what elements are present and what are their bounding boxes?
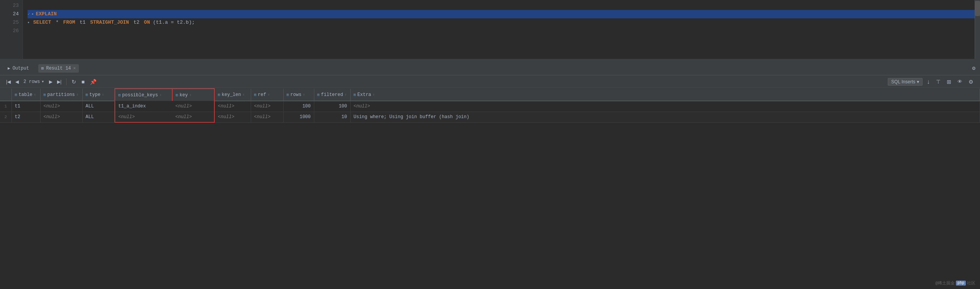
row1-type: ALL (82, 101, 115, 112)
table-area[interactable]: ⊞ table ⇕ ⊞ partitions ⇕ (0, 88, 980, 289)
line-num-26: 26 (0, 27, 23, 35)
row1-partitions: <null> (40, 101, 82, 112)
row2-table: t2 (11, 112, 40, 122)
watermark: @稀土掘金 php 社区 (935, 280, 975, 286)
row1-partitions-null: <null> (44, 104, 60, 109)
refresh-button[interactable]: ↻ (70, 78, 78, 86)
code-content[interactable]: ✓ ● EXPLAIN ● SELECT * FROM t1 STRAIGHT_… (23, 0, 975, 59)
gutter-check-icon: ✓ (28, 10, 30, 18)
type-sort-icon: ⇕ (102, 93, 104, 97)
col-rows-label: rows (291, 92, 302, 97)
row2-filtered: 10 (314, 112, 350, 122)
filter-button[interactable]: ⊤ (934, 78, 942, 86)
join-condition: (t1.a = t2.b); (150, 18, 195, 27)
code-line-26 (28, 27, 975, 35)
row2-ref: <null> (251, 112, 283, 122)
col-header-partitions[interactable]: ⊞ partitions ⇕ (40, 89, 82, 101)
col-header-rownum[interactable] (0, 89, 11, 101)
col-header-table[interactable]: ⊞ table ⇕ (11, 89, 40, 101)
row1-filtered: 100 (314, 101, 350, 112)
keyword-straight-join: STRAIGHT_JOIN (90, 18, 129, 27)
output-panel: ▶ Output ⊞ Result 14 × ⚙ |◀ ◀ 2 rows ▾ ▶… (0, 62, 980, 289)
ref-col-icon: ⊞ (254, 93, 256, 97)
keyword-on: ON (144, 18, 150, 27)
line-num-24: 24 (0, 10, 23, 18)
next-page-button[interactable]: ▶ (47, 78, 54, 85)
export-button[interactable]: ↓ (925, 78, 932, 86)
php-badge: php (956, 281, 966, 286)
row1-table: t1 (11, 101, 40, 112)
col-header-possible-keys[interactable]: ⊞ possible_keys ⇕ (115, 89, 172, 101)
col-header-key-len[interactable]: ⊞ key_len ⇕ (214, 89, 251, 101)
partitions-sort-icon: ⇕ (77, 93, 78, 97)
table-settings-button[interactable]: ⚙ (967, 78, 975, 86)
prev-page-button[interactable]: ◀ (14, 78, 20, 85)
col-header-extra[interactable]: ⊞ Extra ⇕ (350, 89, 980, 101)
output-toolbar: ▶ Output ⊞ Result 14 × ⚙ (0, 62, 980, 75)
key-col-icon: ⊞ (176, 93, 178, 97)
panel-gear-button[interactable]: ⚙ (972, 65, 975, 71)
col-header-ref[interactable]: ⊞ ref ⇕ (251, 89, 283, 101)
row1-ref: <null> (251, 101, 283, 112)
filtered-sort-icon: ⇕ (345, 93, 346, 97)
pin-button[interactable]: 📌 (88, 78, 98, 86)
table-t1: t1 (77, 18, 88, 27)
stop-button[interactable]: ■ (80, 78, 87, 86)
key-len-col-icon: ⊞ (218, 93, 220, 97)
scrollbar-thumb[interactable] (975, 1, 980, 16)
rows-col-icon: ⊞ (287, 93, 289, 97)
row2-ref-null: <null> (254, 114, 271, 120)
zoom-button[interactable]: ⊞ (945, 78, 953, 86)
gutter-26 (28, 27, 33, 35)
key-sort-icon: ⇕ (189, 93, 191, 97)
table-sort-icon: ⇕ (34, 93, 36, 97)
sql-inserts-dropdown-icon: ▾ (917, 79, 919, 84)
table-t2: t2 (131, 18, 142, 27)
row1-key: <null> (172, 101, 214, 112)
col-partitions-label: partitions (47, 92, 75, 97)
col-ref-label: ref (258, 92, 266, 97)
watermark-prefix: @稀土掘金 (935, 280, 955, 286)
watermark-suffix: 社区 (967, 280, 975, 286)
toolbar-right: ⚙ (972, 65, 975, 71)
result-tab-icon: ⊞ (41, 66, 44, 71)
output-tab-label: Output (13, 66, 29, 71)
ref-sort-icon: ⇕ (268, 93, 270, 97)
last-page-button[interactable]: ▶| (56, 78, 63, 85)
result-tab-label: Result 14 (46, 66, 71, 71)
nav-divider-1 (66, 78, 67, 85)
eye-button[interactable]: 👁 (956, 78, 964, 85)
col-filtered-label: filtered (321, 92, 343, 97)
col-key-label: key (180, 93, 188, 98)
sql-inserts-button[interactable]: SQL Inserts ▾ (888, 78, 923, 86)
filtered-col-icon: ⊞ (317, 93, 320, 97)
col-header-type[interactable]: ⊞ type ⇕ (82, 89, 115, 101)
tab-output[interactable]: ▶ Output (5, 64, 32, 73)
nav-bar: |◀ ◀ 2 rows ▾ ▶ ▶| ↻ ■ 📌 SQL Inserts ▾ ↓… (0, 75, 980, 88)
rows-dropdown-icon[interactable]: ▾ (41, 79, 44, 84)
rows-sort-icon: ⇕ (303, 93, 305, 97)
col-header-key[interactable]: ⊞ key ⇕ (172, 89, 214, 101)
row2-possible-keys: <null> (115, 112, 172, 122)
toolbar-left: ▶ Output ⊞ Result 14 × (5, 64, 79, 73)
col-table-label: table (19, 92, 33, 97)
col-possible-keys-label: possible_keys (122, 93, 158, 98)
editor-scrollbar[interactable] (975, 0, 980, 59)
col-header-filtered[interactable]: ⊞ filtered ⇕ (314, 89, 350, 101)
col-header-rows[interactable]: ⊞ rows ⇕ (283, 89, 314, 101)
extra-col-icon: ⊞ (354, 93, 356, 97)
row1-ref-null: <null> (254, 104, 271, 109)
line-num-23: 23 (0, 2, 23, 10)
rows-count: 2 rows (23, 79, 40, 84)
row1-key-len: <null> (214, 101, 251, 112)
tab-close-button[interactable]: × (73, 66, 76, 71)
keyword-select: SELECT (33, 18, 51, 27)
line-num-25: 25 (0, 18, 23, 27)
possible-keys-sort-icon: ⇕ (160, 93, 162, 97)
row1-rows: 100 (283, 101, 314, 112)
row2-partitions-null: <null> (44, 114, 60, 120)
code-line-24: ✓ ● EXPLAIN (28, 10, 975, 18)
table-row: 2 t2 <null> ALL <null> <null> <null> <nu… (0, 112, 980, 122)
tab-result14[interactable]: ⊞ Result 14 × (38, 64, 79, 73)
first-page-button[interactable]: |◀ (5, 78, 12, 85)
